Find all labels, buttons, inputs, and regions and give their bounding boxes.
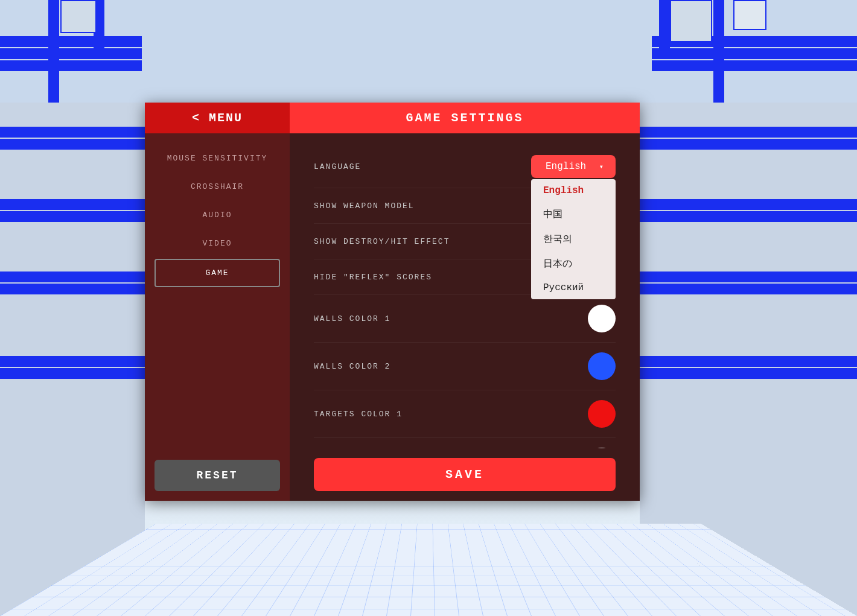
language-dropdown-wrapper: English ▾ English 中国 한국의 日本の Русский [531,155,616,178]
stripe [48,0,59,103]
stripe [640,211,857,222]
stripe [640,127,857,138]
language-label: LANGUAGE [314,162,361,171]
sidebar-footer: RESET [145,450,290,501]
walls-color-1-swatch[interactable] [588,305,616,332]
lang-option-korean[interactable]: 한국의 [531,227,616,252]
settings-title: GAME SETTINGS [406,111,523,125]
save-button[interactable]: SAVE [314,458,616,491]
stripe [640,356,857,367]
block [670,0,712,42]
lang-option-russian[interactable]: Русский [531,276,616,299]
targets-color-1-swatch[interactable] [588,400,616,428]
block [60,0,97,33]
stripe [0,60,142,71]
stripe [0,211,145,222]
sidebar-item-audio[interactable]: AUDIO [145,202,290,228]
stripe [0,127,145,138]
language-dropdown-button[interactable]: English ▾ [531,155,616,178]
setting-row-targets-color-2: TARGETS COLOR 2 [314,438,616,448]
settings-body: LANGUAGE English ▾ English 中国 한국의 日本の Ру… [290,133,640,448]
stripe [640,271,857,282]
setting-row-walls-color-2: WALLS COLOR 2 [314,343,616,390]
setting-row-language: LANGUAGE English ▾ English 中国 한국의 日本の Ру… [314,145,616,188]
stripe [640,284,857,294]
lang-option-english[interactable]: English [531,179,616,202]
reset-button[interactable]: RESET [155,460,280,491]
block [733,0,766,30]
stripe [0,48,142,59]
sidebar-item-game[interactable]: GAME [155,259,280,287]
stripe [0,199,145,210]
main-footer: SAVE [290,448,640,501]
stripe [659,0,670,48]
stripe [652,48,857,59]
stripe [0,271,145,282]
stripe [713,0,724,103]
show-destroy-label: SHOW DESTROY/HIT EFFECT [314,237,450,246]
setting-row-targets-color-1: TARGETS COLOR 1 [314,390,616,438]
wall-top [0,0,857,103]
targets-color-2-swatch[interactable] [588,448,616,448]
language-dropdown-menu: English 中国 한국의 日本の Русский [531,179,616,299]
show-weapon-label: SHOW WEAPON MODEL [314,202,415,211]
sidebar-nav: MOUSE SENSITIVITY CROSSHAIR AUDIO VIDEO … [145,133,290,450]
sidebar-item-video[interactable]: VIDEO [145,230,290,256]
walls-color-2-swatch[interactable] [588,352,616,380]
sidebar: < MENU MOUSE SENSITIVITY CROSSHAIR AUDIO… [145,103,290,501]
menu-header[interactable]: < MENU [145,103,290,133]
sidebar-item-crosshair[interactable]: CROSSHAIR [145,174,290,200]
lang-option-japanese[interactable]: 日本の [531,252,616,276]
stripe [0,356,145,367]
setting-row-walls-color-1: WALLS COLOR 1 [314,295,616,343]
menu-header-text: < MENU [192,111,243,125]
stripe [0,284,145,294]
targets-color-1-label: TARGETS COLOR 1 [314,410,403,419]
chevron-down-icon: ▾ [599,162,604,171]
stripe [0,36,142,47]
language-selected-value: English [546,161,586,172]
main-content: GAME SETTINGS LANGUAGE English ▾ English… [290,103,640,501]
stripe [0,139,145,150]
settings-header: GAME SETTINGS [290,103,640,133]
lang-option-chinese[interactable]: 中国 [531,202,616,227]
stripe [0,368,145,379]
stripe [652,60,857,71]
walls-color-1-label: WALLS COLOR 1 [314,314,390,323]
stripe [640,139,857,150]
hide-reflex-label: HIDE "REFLEX" SCORES [314,273,432,282]
stripe [640,368,857,379]
settings-panel: < MENU MOUSE SENSITIVITY CROSSHAIR AUDIO… [145,103,640,501]
walls-color-2-label: WALLS COLOR 2 [314,362,390,371]
side-wall-left [0,103,145,616]
sidebar-item-mouse-sensitivity[interactable]: MOUSE SENSITIVITY [145,145,290,171]
stripe [640,199,857,210]
